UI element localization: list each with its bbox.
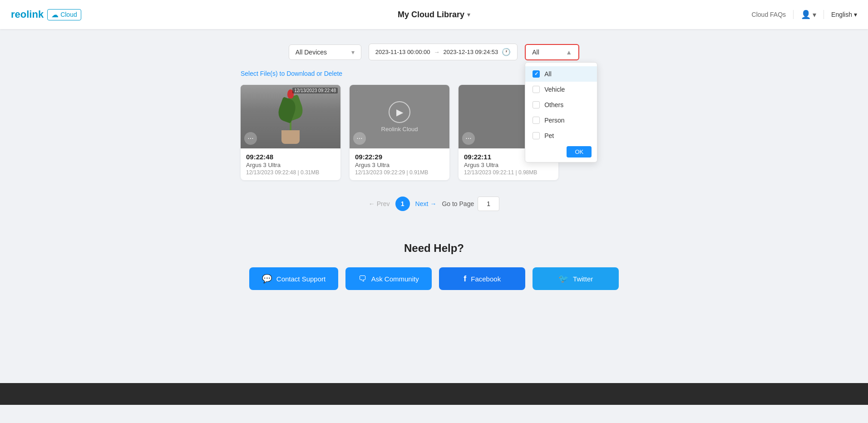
twitter-button[interactable]: 🐦 Twitter bbox=[533, 267, 619, 290]
type-filter-button[interactable]: All ▲ bbox=[525, 44, 579, 60]
cloud-label: ☁ Cloud bbox=[47, 9, 81, 20]
filter-bar: All Devices ▾ 2023-11-13 00:00:00 → 2023… bbox=[0, 44, 868, 60]
contact-support-button[interactable]: 💬 Contact Support bbox=[249, 267, 338, 290]
twitter-label: Twitter bbox=[573, 275, 593, 283]
pagination-bar: ← Prev 1 Next → Go to Page bbox=[0, 197, 868, 211]
plant-pot bbox=[281, 130, 300, 144]
help-buttons-container: 💬 Contact Support 🗨 Ask Community f Face… bbox=[11, 267, 857, 290]
title-chevron-icon[interactable]: ▾ bbox=[467, 11, 470, 18]
type-filter-chevron-icon: ▲ bbox=[566, 49, 572, 56]
contact-support-label: Contact Support bbox=[276, 275, 326, 283]
user-chevron-icon: ▾ bbox=[813, 10, 816, 19]
dropdown-item-vehicle[interactable]: Vehicle bbox=[525, 82, 597, 97]
next-page-button[interactable]: Next → bbox=[415, 200, 437, 207]
media-device: Argus 3 Ultra bbox=[355, 162, 444, 168]
media-time: 09:22:48 bbox=[246, 153, 335, 161]
media-options-button[interactable]: ··· bbox=[244, 132, 257, 145]
media-options-button[interactable]: ··· bbox=[462, 132, 475, 145]
dropdown-ok-button[interactable]: OK bbox=[567, 146, 592, 157]
media-meta: 12/13/2023 09:22:48 | 0.31MB bbox=[246, 169, 335, 176]
language-label: English bbox=[831, 11, 852, 18]
facebook-label: Facebook bbox=[471, 275, 501, 283]
user-icon: 👤 bbox=[801, 10, 811, 20]
device-filter-label: All Devices bbox=[296, 49, 327, 56]
user-menu[interactable]: 👤 ▾ bbox=[801, 10, 816, 20]
media-info: 09:22:48 Argus 3 Ultra 12/13/2023 09:22:… bbox=[241, 148, 340, 180]
checkbox-person[interactable] bbox=[533, 117, 540, 124]
main-content: All Devices ▾ 2023-11-13 00:00:00 → 2023… bbox=[0, 29, 868, 383]
need-help-section: Need Help? 💬 Contact Support 🗨 Ask Commu… bbox=[0, 220, 868, 305]
language-chevron-icon: ▾ bbox=[854, 11, 857, 18]
checkbox-vehicle[interactable] bbox=[533, 86, 540, 93]
goto-page-label: Go to Page bbox=[442, 200, 474, 207]
dropdown-item-all[interactable]: All bbox=[525, 66, 597, 82]
reolink-cloud-text: Reolink Cloud bbox=[381, 126, 418, 133]
type-filter-wrapper: All ▲ All Vehicle Others bbox=[525, 44, 579, 60]
date-range-picker[interactable]: 2023-11-13 00:00:00 → 2023-12-13 09:24:5… bbox=[369, 44, 518, 60]
header-divider bbox=[793, 10, 794, 19]
media-thumbnail: 12/13/2023 09:22:48 ··· bbox=[241, 85, 340, 148]
cloud-faqs-link[interactable]: Cloud FAQs bbox=[752, 11, 786, 18]
date-arrow-icon: → bbox=[434, 49, 440, 55]
ask-community-icon: 🗨 bbox=[359, 274, 367, 284]
type-filter-dropdown: All Vehicle Others Person Pet bbox=[525, 62, 597, 162]
logo-area: reolink ☁ Cloud bbox=[11, 9, 81, 20]
next-arrow-icon: → bbox=[430, 200, 436, 207]
media-meta: 12/13/2023 09:22:29 | 0.91MB bbox=[355, 169, 444, 176]
facebook-button[interactable]: f Facebook bbox=[439, 267, 525, 290]
header-right: Cloud FAQs 👤 ▾ English ▾ bbox=[752, 10, 857, 20]
dropdown-item-person[interactable]: Person bbox=[525, 113, 597, 128]
device-filter[interactable]: All Devices ▾ bbox=[289, 44, 361, 60]
dropdown-item-pet[interactable]: Pet bbox=[525, 128, 597, 143]
cloud-icon: ☁ bbox=[51, 10, 59, 19]
twitter-icon: 🐦 bbox=[558, 274, 568, 284]
ask-community-button[interactable]: 🗨 Ask Community bbox=[345, 267, 432, 290]
play-icon: ▶ bbox=[396, 107, 403, 118]
app-footer bbox=[0, 383, 868, 405]
date-start-label: 2023-11-13 00:00:00 bbox=[375, 49, 430, 55]
media-info: 09:22:29 Argus 3 Ultra 12/13/2023 09:22:… bbox=[350, 148, 449, 180]
header-center: My Cloud Library ▾ bbox=[398, 10, 470, 20]
clock-icon: 🕐 bbox=[502, 48, 511, 56]
contact-support-icon: 💬 bbox=[262, 274, 272, 284]
dropdown-ok-row: OK bbox=[525, 143, 597, 158]
language-selector[interactable]: English ▾ bbox=[831, 11, 857, 18]
dropdown-label-all: All bbox=[544, 70, 552, 78]
current-page-number[interactable]: 1 bbox=[395, 197, 410, 211]
goto-page-input[interactable] bbox=[478, 197, 499, 211]
header-divider-2 bbox=[824, 10, 824, 19]
ask-community-label: Ask Community bbox=[371, 275, 419, 283]
facebook-icon: f bbox=[464, 274, 466, 284]
cloud-play-icon: ▶ bbox=[389, 101, 410, 123]
date-end-label: 2023-12-13 09:24:53 bbox=[444, 49, 498, 55]
need-help-title: Need Help? bbox=[11, 242, 857, 255]
prev-page-button[interactable]: ← Prev bbox=[369, 200, 390, 207]
dropdown-label-pet: Pet bbox=[544, 132, 554, 139]
checkbox-others[interactable] bbox=[533, 101, 540, 108]
media-meta: 12/13/2023 09:22:11 | 0.98MB bbox=[464, 169, 553, 176]
reolink-logo: reolink bbox=[11, 9, 44, 20]
media-card[interactable]: 12/13/2023 09:22:48 ··· 09:22:48 Argus 3… bbox=[241, 85, 340, 180]
page-title: My Cloud Library bbox=[398, 10, 464, 20]
checkbox-pet[interactable] bbox=[533, 132, 540, 139]
timestamp-overlay: 12/13/2023 09:22:48 bbox=[292, 88, 338, 93]
select-files-label[interactable]: Select File(s) to Download or Delete bbox=[241, 70, 342, 77]
app-header: reolink ☁ Cloud My Cloud Library ▾ Cloud… bbox=[0, 0, 868, 29]
media-device: Argus 3 Ultra bbox=[464, 162, 553, 168]
media-thumbnail: ▶ Reolink Cloud ··· bbox=[350, 85, 449, 148]
prev-arrow-icon: ← bbox=[369, 200, 375, 207]
type-filter-label: All bbox=[532, 49, 539, 56]
dropdown-label-person: Person bbox=[544, 117, 564, 124]
media-device: Argus 3 Ultra bbox=[246, 162, 335, 168]
dropdown-item-others[interactable]: Others bbox=[525, 97, 597, 113]
media-options-button[interactable]: ··· bbox=[353, 132, 366, 145]
checkbox-all[interactable] bbox=[533, 70, 540, 78]
goto-page-container: Go to Page bbox=[442, 197, 499, 211]
prev-label: Prev bbox=[377, 200, 390, 207]
cloud-text: Cloud bbox=[60, 11, 77, 18]
media-card[interactable]: ▶ Reolink Cloud ··· 09:22:29 Argus 3 Ult… bbox=[350, 85, 449, 180]
next-label: Next bbox=[415, 200, 429, 207]
device-filter-chevron-icon: ▾ bbox=[351, 49, 355, 56]
media-time: 09:22:29 bbox=[355, 153, 444, 161]
dropdown-label-vehicle: Vehicle bbox=[544, 86, 565, 93]
